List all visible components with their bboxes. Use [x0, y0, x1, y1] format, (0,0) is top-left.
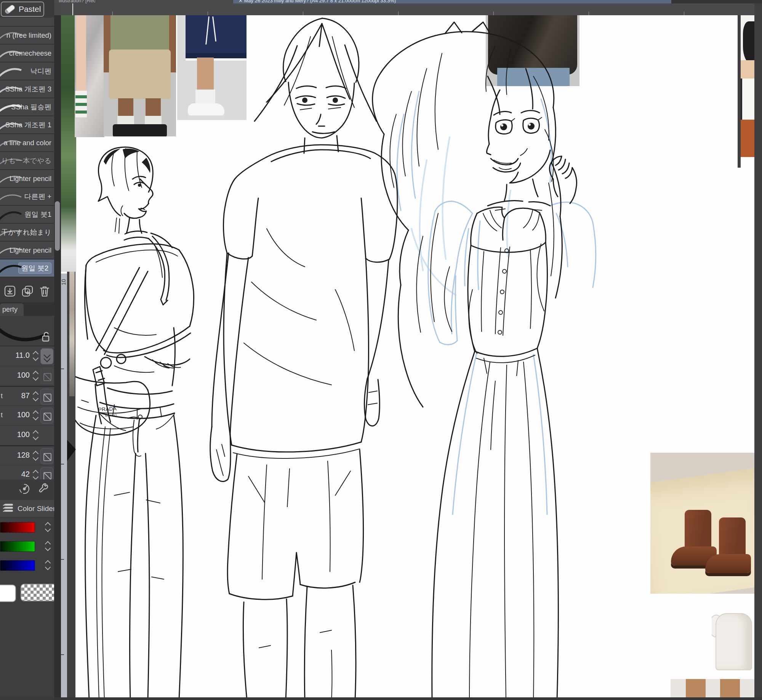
list-item-selected[interactable]: 원일 붓2	[0, 259, 54, 277]
reference-photo-khaki-shorts	[104, 15, 176, 136]
reference-photo-navy-shorts	[177, 15, 247, 120]
value-stepper[interactable]	[33, 370, 39, 382]
tool-property-tabstrip: perty	[0, 302, 54, 316]
transparent-color-swatch[interactable]	[21, 584, 56, 601]
main-color-swatch[interactable]	[0, 585, 16, 602]
property-row: 11.0	[0, 346, 54, 366]
list-item[interactable]: Lighter pencil	[0, 170, 54, 188]
pasteboard-gap	[738, 15, 741, 168]
top-ruler	[61, 3, 762, 16]
selected-subtool-name[interactable]: 원일 붓2	[18, 263, 51, 274]
list-item[interactable]: SSha 개조펜 1	[0, 116, 54, 134]
tab-active-document[interactable]: ✕ May 26 2023 milly and Mery? (A4 29.7 8…	[233, 0, 671, 3]
left-ruler: 10	[61, 274, 67, 697]
unlock-icon[interactable]	[41, 331, 51, 344]
list-item[interactable]: 다른펜 +	[0, 188, 54, 206]
reference-photo-cowboy-boots	[650, 453, 754, 594]
expand-settings-button[interactable]	[40, 348, 53, 364]
ruler-origin-tick	[72, 3, 73, 15]
list-item[interactable]: 干かすれ始まり	[0, 224, 54, 242]
trash-icon[interactable]	[39, 285, 50, 297]
pastel-crayon-icon	[4, 4, 16, 14]
tool-property-footer	[0, 479, 54, 500]
list-item[interactable]: SSha 필승펜	[0, 98, 54, 116]
reference-photo-leather-jacket	[486, 15, 580, 86]
red-slider-row: 0	[0, 518, 54, 537]
pressure-settings-button[interactable]	[40, 389, 53, 405]
tab-illustration[interactable]: Illustration? [Rec	[53, 0, 233, 3]
ruler-number: 10	[60, 279, 67, 285]
subtool-scrollbar[interactable]	[54, 3, 61, 697]
green-slider[interactable]	[0, 541, 35, 552]
subtool-list: n (free limited) cremecheese 낙디펜 SSha 개조…	[0, 18, 54, 280]
close-icon[interactable]: ✕	[239, 0, 243, 3]
brush-stroke-preview	[0, 316, 54, 346]
property-row: t 87	[0, 386, 54, 406]
color-slider-header[interactable]: Color Slider	[0, 500, 54, 518]
reference-photo-white-corset-top	[712, 607, 754, 680]
pressure-settings-button[interactable]	[40, 408, 53, 424]
reference-photo-greenery-legs	[61, 15, 76, 272]
duplicate-icon[interactable]	[21, 285, 34, 297]
reference-manga-art	[741, 15, 754, 157]
tool-header: Pastel	[1, 2, 44, 17]
list-item[interactable]: n (free limited)	[0, 27, 54, 45]
property-row: 128	[0, 445, 54, 465]
blue-slider[interactable]	[0, 560, 35, 571]
blue-slider-row: 0	[0, 556, 54, 575]
scrollbar-thumb[interactable]	[55, 201, 60, 251]
list-item[interactable]: SSha 개조펜 3	[0, 80, 54, 98]
reference-photo-legs	[671, 679, 754, 697]
list-item[interactable]: 원일 붓1	[0, 206, 54, 224]
tab-illustration-label: Illustration? [Rec	[59, 0, 228, 3]
value-stepper[interactable]	[33, 410, 39, 421]
drawing-canvas[interactable]	[61, 15, 754, 697]
tool-header-label: Pastel	[19, 5, 41, 14]
list-item[interactable]: a line and color	[0, 134, 54, 152]
sliders-icon	[2, 502, 14, 516]
pressure-settings-button[interactable]	[40, 368, 53, 384]
pressure-settings-button[interactable]	[40, 448, 53, 464]
value-stepper[interactable]	[33, 450, 39, 462]
document-tabbar: Illustration? [Rec ✕ May 26 2023 milly a…	[53, 0, 762, 3]
photo-edge-sliver	[69, 272, 75, 396]
color-slider-title: Color Slider	[18, 505, 54, 513]
ruler-corner	[54, 3, 61, 15]
value-stepper[interactable]	[45, 560, 51, 571]
property-row: 100	[0, 366, 54, 386]
tab-active-label: May 26 2023 milly and Mery? (A4 29.7 8 x…	[244, 0, 396, 3]
list-item[interactable]: りも一本でやる	[0, 152, 54, 170]
list-item[interactable]: Lighter pencil	[0, 242, 54, 259]
window-bottom-edge	[54, 697, 762, 700]
reference-photo-gray-fabric	[75, 15, 104, 137]
window-right-edge	[754, 3, 762, 700]
list-item[interactable]	[0, 18, 54, 27]
red-slider[interactable]	[0, 522, 35, 533]
import-icon[interactable]	[4, 285, 16, 297]
brush-size-value[interactable]: 11.0	[16, 351, 30, 360]
history-icon[interactable]	[18, 483, 30, 497]
value-stepper[interactable]	[45, 522, 51, 533]
property-row: 100	[0, 426, 54, 445]
list-item[interactable]: cremecheese	[0, 45, 54, 62]
color-swatches	[0, 583, 54, 606]
value-stepper[interactable]	[33, 430, 39, 441]
tool-property-panel: 11.0 100 t 87 t 100	[0, 316, 54, 500]
value-stepper[interactable]	[33, 391, 39, 402]
green-slider-row: 0	[0, 537, 54, 556]
left-panel-stack: Pastel n (free limited) cremecheese 낙디펜 …	[0, 0, 54, 700]
value-stepper[interactable]	[45, 541, 51, 552]
subtool-actions	[0, 281, 54, 301]
value-stepper[interactable]	[33, 351, 39, 362]
tab-tool-property[interactable]: perty	[0, 303, 24, 316]
list-item[interactable]: 낙디펜	[0, 62, 54, 80]
property-row: t 100	[0, 406, 54, 426]
wrench-icon[interactable]	[37, 483, 50, 497]
app-window: Illustration? [Rec ✕ May 26 2023 milly a…	[0, 0, 762, 700]
